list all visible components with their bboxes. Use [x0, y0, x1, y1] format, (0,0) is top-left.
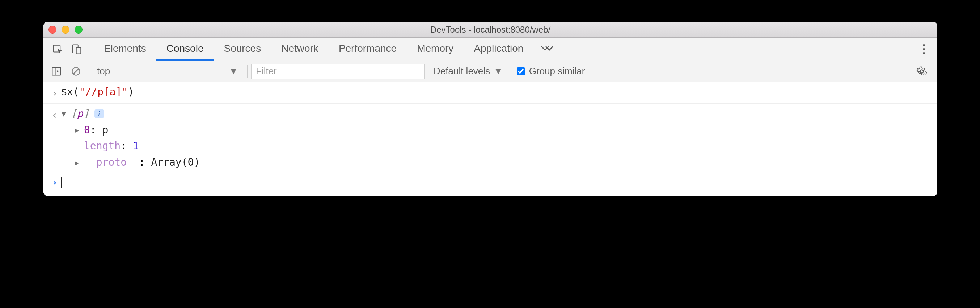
tab-sources[interactable]: Sources — [213, 38, 271, 61]
traffic-lights — [48, 26, 83, 34]
prop-key: __proto__ — [84, 156, 139, 168]
divider — [247, 65, 248, 78]
clear-console-icon[interactable] — [68, 64, 84, 79]
array-summary[interactable]: [p] i — [62, 106, 932, 122]
tab-memory[interactable]: Memory — [407, 38, 464, 61]
console-settings-icon[interactable] — [911, 66, 932, 77]
tabs: Elements Console Sources Network Perform… — [94, 38, 533, 61]
svg-rect-3 — [52, 67, 60, 75]
bracket-close: ] — [83, 108, 89, 120]
array-proto-row[interactable]: __proto__: Array(0) — [75, 154, 932, 171]
disclosure-triangle-icon[interactable] — [75, 157, 81, 169]
settings-menu-icon[interactable] — [916, 38, 932, 61]
array-children: 0: p length: 1 __proto__: Array(0) — [62, 122, 932, 171]
tab-performance[interactable]: Performance — [329, 38, 407, 61]
console-prompt[interactable]: › — [43, 172, 937, 196]
code-paren: ( — [73, 86, 79, 98]
svg-line-6 — [73, 69, 78, 74]
divider — [88, 65, 88, 78]
array-index-row[interactable]: 0: p — [75, 122, 932, 139]
minimize-window-button[interactable] — [62, 26, 70, 34]
array-item: p — [77, 108, 83, 120]
titlebar: DevTools - localhost:8080/web/ — [43, 22, 937, 38]
devtools-window: DevTools - localhost:8080/web/ Elements … — [43, 22, 937, 196]
prompt-caret-icon: › — [48, 175, 61, 191]
divider — [912, 42, 912, 56]
group-similar-toggle[interactable]: Group similar — [512, 65, 590, 77]
svg-rect-2 — [76, 48, 81, 54]
console-input-echo: › $x("//p[a]") — [43, 82, 937, 104]
svg-point-7 — [920, 70, 923, 73]
prop-key: length — [84, 140, 121, 152]
close-window-button[interactable] — [48, 26, 56, 34]
disclosure-triangle-icon[interactable] — [62, 108, 68, 120]
tab-application[interactable]: Application — [464, 38, 533, 61]
window-title: DevTools - localhost:8080/web/ — [43, 25, 937, 35]
context-value: top — [97, 65, 110, 77]
device-toolbar-icon[interactable] — [67, 38, 86, 61]
log-levels-select[interactable]: Default levels ▼ — [428, 65, 508, 77]
array-length-row: length: 1 — [75, 138, 932, 154]
tab-console[interactable]: Console — [156, 38, 214, 61]
input-code: $x("//p[a]") — [61, 83, 932, 101]
code-paren: ) — [128, 86, 134, 98]
output-tree: [p] i 0: p length: 1 __proto__: — [61, 105, 932, 171]
prop-val: Array(0) — [151, 156, 200, 168]
more-tabs-icon[interactable] — [533, 38, 561, 61]
output-indicator-icon: ‹ — [48, 105, 61, 124]
chevron-down-icon: ▼ — [229, 65, 238, 77]
console-output: ‹ [p] i 0: p length: 1 — [43, 104, 937, 172]
code-string: "//p[a]" — [79, 86, 128, 98]
group-similar-checkbox[interactable] — [517, 67, 525, 75]
group-similar-label: Group similar — [529, 65, 585, 77]
execution-context-select[interactable]: top ▼ — [92, 64, 243, 79]
prop-key: 0 — [84, 124, 90, 136]
divider — [90, 42, 90, 56]
disclosure-triangle-icon[interactable] — [75, 124, 81, 136]
text-cursor — [61, 177, 62, 188]
console-body: › $x("//p[a]") ‹ [p] i 0: p — [43, 82, 937, 196]
prop-val: p — [102, 124, 108, 136]
code-fn: $x — [61, 86, 73, 98]
maximize-window-button[interactable] — [75, 26, 83, 34]
filter-input[interactable] — [251, 64, 425, 79]
levels-label: Default levels — [434, 65, 490, 77]
tab-elements[interactable]: Elements — [94, 38, 156, 61]
info-badge-icon[interactable]: i — [94, 109, 104, 118]
console-toolbar: top ▼ Default levels ▼ Group similar — [43, 61, 937, 82]
chevron-down-icon: ▼ — [494, 65, 503, 77]
inspect-element-icon[interactable] — [48, 38, 67, 61]
input-indicator-icon: › — [48, 83, 61, 102]
tab-network[interactable]: Network — [271, 38, 329, 61]
tabbar: Elements Console Sources Network Perform… — [43, 38, 937, 61]
prop-val: 1 — [133, 140, 139, 152]
toggle-sidebar-icon[interactable] — [48, 64, 64, 79]
bracket-open: [ — [71, 108, 77, 120]
